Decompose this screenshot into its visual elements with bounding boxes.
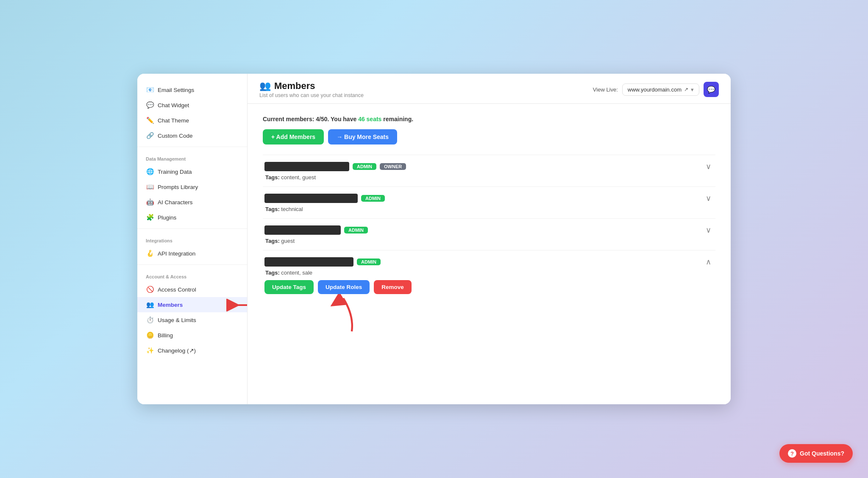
view-live-label: View Live: bbox=[593, 86, 618, 93]
page-subtitle: List of users who can use your chat inst… bbox=[259, 92, 364, 98]
sidebar-item-api-integration[interactable]: 🪝 API Integration bbox=[137, 246, 247, 261]
badge-admin: ADMIN bbox=[353, 163, 376, 170]
member-list: ADMIN OWNER ∨ Tags: content, guest bbox=[263, 155, 715, 300]
chat-button-icon: 💬 bbox=[707, 86, 715, 94]
access-control-icon: 🚫 bbox=[146, 286, 154, 293]
page-body: Current members: 4/50. You have 46 seats… bbox=[248, 104, 731, 404]
remove-button[interactable]: Remove bbox=[374, 280, 412, 294]
chat-theme-icon: ✏️ bbox=[146, 117, 154, 124]
sidebar-item-custom-code[interactable]: 🔗 Custom Code bbox=[137, 128, 247, 143]
member-expand-button[interactable]: ∨ bbox=[703, 161, 714, 172]
badge-owner: OWNER bbox=[380, 163, 406, 170]
sidebar-item-chat-theme[interactable]: ✏️ Chat Theme bbox=[137, 113, 247, 128]
member-info: ADMIN bbox=[264, 194, 703, 203]
main-content: 👥 Members List of users who can use your… bbox=[248, 74, 731, 404]
sidebar-item-billing[interactable]: 🪙 Billing bbox=[137, 328, 247, 343]
members-summary: Current members: 4/50. You have 46 seats… bbox=[263, 116, 715, 122]
badge-admin: ADMIN bbox=[357, 258, 381, 265]
email-icon: 📧 bbox=[146, 86, 154, 94]
sidebar-item-usage-limits[interactable]: ⏱️ Usage & Limits bbox=[137, 312, 247, 328]
sidebar-item-email-settings[interactable]: 📧 Email Settings bbox=[137, 82, 247, 97]
prompts-library-icon: 📖 bbox=[146, 183, 154, 191]
sidebar-group-integrations: Integrations 🪝 API Integration bbox=[137, 232, 247, 261]
sidebar-item-plugins[interactable]: 🧩 Plugins bbox=[137, 210, 247, 225]
domain-pill[interactable]: www.yourdomain.com ↗ ▾ bbox=[622, 83, 699, 96]
sidebar-group-account-access: Account & Access 🚫 Access Control 👥 Memb… bbox=[137, 268, 247, 358]
page-title-icon: 👥 bbox=[259, 81, 271, 92]
seats-count: 46 seats bbox=[358, 116, 381, 122]
add-members-button[interactable]: + Add Members bbox=[263, 129, 324, 145]
sidebar-item-chat-widget[interactable]: 💬 Chat Widget bbox=[137, 97, 247, 113]
members-icon: 👥 bbox=[146, 301, 154, 308]
table-row: ADMIN ∨ Tags: guest bbox=[263, 218, 715, 250]
domain-text: www.yourdomain.com bbox=[628, 86, 682, 93]
member-info: ADMIN bbox=[264, 257, 703, 267]
sidebar-group-data-management: Data Management 🌐 Training Data 📖 Prompt… bbox=[137, 150, 247, 225]
table-row: ADMIN ∧ Tags: content, sale Update Tags bbox=[263, 250, 715, 300]
got-questions-button[interactable]: ? Got Questions? bbox=[779, 444, 853, 463]
update-roles-arrow bbox=[331, 294, 364, 334]
sidebar-item-prompts-library[interactable]: 📖 Prompts Library bbox=[137, 179, 247, 195]
usage-limits-icon: ⏱️ bbox=[146, 316, 154, 324]
member-actions: Update Tags Update Roles bbox=[264, 280, 412, 294]
custom-code-icon: 🔗 bbox=[146, 132, 154, 139]
member-tags: Tags: content, sale bbox=[264, 270, 714, 276]
page-title-area: 👥 Members List of users who can use your… bbox=[259, 81, 364, 98]
top-bar-right: View Live: www.yourdomain.com ↗ ▾ 💬 bbox=[593, 82, 719, 97]
buy-more-seats-button[interactable]: → Buy More Seats bbox=[328, 129, 397, 145]
ai-characters-icon: 🤖 bbox=[146, 198, 154, 206]
member-name-bar bbox=[264, 194, 358, 203]
changelog-icon: ✨ bbox=[146, 347, 154, 354]
member-name-bar bbox=[264, 225, 341, 235]
update-tags-button[interactable]: Update Tags bbox=[264, 280, 314, 294]
member-expand-button[interactable]: ∨ bbox=[703, 193, 714, 204]
training-data-icon: 🌐 bbox=[146, 168, 154, 175]
chat-widget-icon: 💬 bbox=[146, 101, 154, 109]
billing-icon: 🪙 bbox=[146, 331, 154, 339]
sidebar-item-access-control[interactable]: 🚫 Access Control bbox=[137, 282, 247, 297]
member-collapse-button[interactable]: ∧ bbox=[703, 256, 714, 267]
table-row: ADMIN ∨ Tags: technical bbox=[263, 186, 715, 218]
plugins-icon: 🧩 bbox=[146, 214, 154, 221]
member-tags: Tags: guest bbox=[264, 238, 714, 244]
action-buttons: + Add Members → Buy More Seats bbox=[263, 129, 715, 145]
member-tags: Tags: content, guest bbox=[264, 174, 714, 181]
member-name-bar bbox=[264, 257, 353, 267]
got-questions-icon: ? bbox=[788, 449, 796, 458]
chat-button[interactable]: 💬 bbox=[704, 82, 719, 97]
member-info: ADMIN bbox=[264, 225, 703, 235]
sidebar: 📧 Email Settings 💬 Chat Widget ✏️ Chat T… bbox=[137, 74, 248, 404]
sidebar-item-members[interactable]: 👥 Members bbox=[137, 297, 247, 312]
page-title: 👥 Members bbox=[259, 81, 364, 92]
member-expand-button[interactable]: ∨ bbox=[703, 225, 714, 236]
member-tags: Tags: technical bbox=[264, 206, 714, 212]
member-name-bar bbox=[264, 162, 349, 171]
update-roles-wrapper: Update Roles bbox=[318, 280, 370, 294]
external-link-icon: ↗ bbox=[684, 86, 688, 92]
sidebar-item-training-data[interactable]: 🌐 Training Data bbox=[137, 164, 247, 179]
sidebar-item-ai-characters[interactable]: 🤖 AI Characters bbox=[137, 195, 247, 210]
domain-chevron-icon: ▾ bbox=[691, 86, 694, 93]
update-roles-button[interactable]: Update Roles bbox=[318, 280, 370, 294]
member-info: ADMIN OWNER bbox=[264, 162, 703, 171]
badge-admin: ADMIN bbox=[361, 195, 385, 202]
sidebar-item-changelog[interactable]: ✨ Changelog (↗) bbox=[137, 343, 247, 358]
badge-admin: ADMIN bbox=[344, 227, 368, 233]
member-actions-wrapper: Update Tags Update Roles bbox=[264, 276, 412, 294]
table-row: ADMIN OWNER ∨ Tags: content, guest bbox=[263, 155, 715, 186]
api-integration-icon: 🪝 bbox=[146, 250, 154, 257]
top-bar: 👥 Members List of users who can use your… bbox=[248, 74, 731, 104]
sidebar-group-main: 📧 Email Settings 💬 Chat Widget ✏️ Chat T… bbox=[137, 82, 247, 143]
